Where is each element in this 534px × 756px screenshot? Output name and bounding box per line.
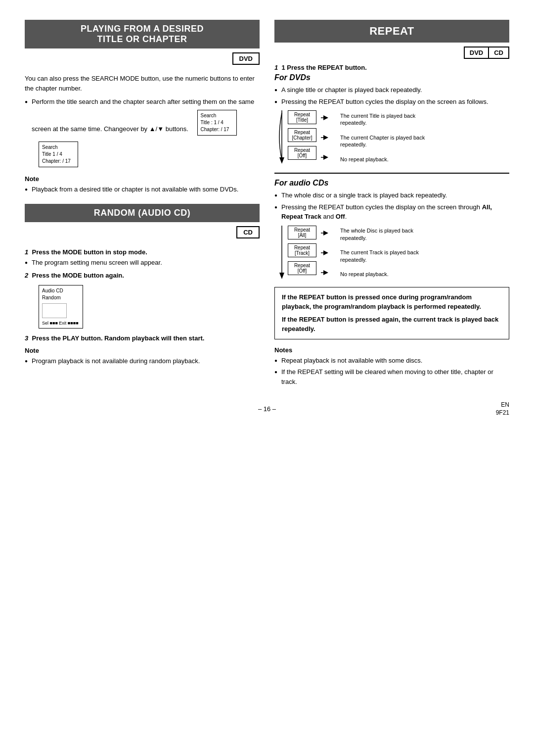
random-step3: 3 Press the PLAY button. Random playback… (25, 334, 260, 342)
step2-num: 2 (25, 272, 28, 279)
random-step2: 2 Press the MODE button again. (25, 272, 260, 279)
page-en-code: EN 9F21 (496, 401, 509, 417)
dvd-bullet-1: A single title or chapter is played back… (274, 85, 509, 95)
dvd-desc-title: The current Title is played back repeate… (340, 112, 439, 127)
footer-code: 9F21 (496, 409, 509, 416)
dvd-cycle-boxes: Repeat[Title] Repeat[Chapter] Repeat[Off… (288, 110, 316, 165)
footer-en: EN (501, 401, 509, 408)
screen2-line1: Search (42, 144, 75, 151)
screen1-line1: Search (201, 112, 233, 119)
step2-text: Press the MODE button again. (32, 272, 124, 279)
repeat-cd-badge: CD (489, 47, 509, 59)
step3-text: Press the PLAY button. Random playback w… (32, 334, 204, 342)
svg-marker-5 (323, 115, 328, 120)
dvd-cycle-box-title: Repeat[Title] (288, 110, 316, 124)
page-number: – 16 – (258, 405, 276, 413)
screen3-empty-box (42, 303, 67, 318)
cd-desc-off: No repeat playback. (340, 271, 439, 278)
screen-diagram-2: Search Title 1 / 4 Chapter: / 17 (39, 142, 78, 167)
page-footer: – 16 – EN 9F21 (25, 405, 509, 413)
cd-cycle-diagram: Repeat[All] Repeat[Track] Repeat[Off] Th… (277, 226, 509, 280)
playing-title-line1: PLAYING FROM A DESIRED (81, 24, 204, 34)
dvd-bullets: A single title or chapter is played back… (274, 85, 509, 106)
notes-bullet-2: If the REPEAT setting will be cleared wh… (274, 367, 509, 386)
repeat-header: REPEAT (274, 20, 509, 43)
note-label-1: Note (25, 175, 260, 183)
bullet-list-chapter: Perform the title search and the chapter… (25, 97, 260, 170)
bold-note-2: If the REPEAT button is pressed again, t… (282, 315, 502, 334)
bottom-notes: Notes Repeat playback is not available w… (274, 346, 509, 387)
dvd-cycle-bracket-svg (318, 110, 333, 165)
cd-badge-left: CD (236, 226, 260, 238)
cd-bullet-2: Pressing the REPEAT button cycles the di… (274, 202, 509, 222)
step1-num: 1 (25, 248, 28, 256)
cd-cycle-box-off: Repeat[Off] (288, 261, 316, 275)
svg-marker-6 (323, 135, 328, 140)
dvd-desc-chapter: The current Chapter is played back repea… (340, 134, 439, 148)
left-column: PLAYING FROM A DESIRED TITLE OR CHAPTER … (25, 20, 260, 390)
dvd-badge-left: DVD (232, 52, 260, 65)
cd-bullets: The whole disc or a single track is play… (274, 190, 509, 222)
step3-num: 3 (25, 334, 28, 342)
step1-bullets: The program setting menu screen will app… (25, 258, 260, 268)
screen3-line1: Audio CD (42, 287, 80, 294)
dvd-cycle-diagram: Repeat[Title] Repeat[Chapter] Repeat[Off… (277, 110, 509, 165)
bullet-chapter-search: Perform the title search and the chapter… (25, 97, 260, 170)
screen2-line2: Title 1 / 4 (42, 151, 75, 158)
screen3-line4: Sel ■■■ Exit ■■■■ (42, 320, 80, 327)
bold-note-1: If the REPEAT button is pressed once dur… (282, 292, 502, 312)
for-dvds-heading: For DVDs (274, 73, 509, 82)
intro-text: You can also press the SEARCH MODE butto… (25, 74, 260, 93)
note-bullet-list-1: Playback from a desired title or chapter… (25, 185, 260, 194)
for-cds-heading: For audio CDs (274, 179, 509, 188)
dvd-cycle-arrows-svg (277, 110, 287, 165)
dvd-cycle-box-chapter: Repeat[Chapter] (288, 128, 316, 142)
svg-marker-9 (279, 273, 284, 279)
svg-marker-13 (323, 231, 328, 236)
dvd-bullet-2: Pressing the REPEAT button cycles the di… (274, 97, 509, 107)
screen-diagram-1: Search Title : 1 / 4 Chapter: / 17 (197, 110, 237, 136)
note-bullet-2: Program playback is not available during… (25, 356, 260, 366)
repeat-badges: DVD CD (274, 47, 509, 59)
repeat-step1-num: 1 (274, 64, 278, 71)
notes-bullet-list: Repeat playback is not available with so… (274, 356, 509, 387)
notes-label: Notes (274, 346, 509, 354)
random-step1: 1 Press the MODE button in stop mode. (25, 248, 260, 256)
right-column: REPEAT DVD CD 1 1 Press the REPEAT butto… (274, 20, 509, 390)
svg-marker-7 (323, 155, 328, 160)
screen-diagram-3: Audio CD Random Sel ■■■ Exit ■■■■ (39, 285, 83, 329)
note-label-2: Note (25, 347, 260, 354)
step1-bullet: The program setting menu screen will app… (25, 258, 260, 268)
cd-cycle-bracket-svg (318, 226, 333, 280)
svg-marker-15 (323, 270, 328, 275)
cd-cycle-box-track: Repeat[Track] (288, 243, 316, 257)
note-bullet-list-2: Program playback is not available during… (25, 356, 260, 366)
random-title: RANDOM (Audio CD) (94, 208, 190, 218)
divider-1 (274, 173, 509, 174)
screen1-line2: Title : 1 / 4 (201, 119, 233, 126)
cd-cycle-arrows-svg (277, 226, 287, 280)
playing-title-line2: TITLE OR CHAPTER (97, 34, 187, 44)
repeat-step1-text: 1 Press the REPEAT button. (281, 64, 366, 71)
svg-marker-14 (323, 250, 328, 255)
step1-text: Press the MODE button in stop mode. (32, 248, 147, 256)
cd-cycle-box-all: Repeat[All] (288, 226, 316, 239)
repeat-title: REPEAT (369, 25, 414, 37)
screen3-line2: Random (42, 294, 80, 301)
cd-bullet-1: The whole disc or a single track is play… (274, 190, 509, 200)
notes-bullet-1: Repeat playback is not available with so… (274, 356, 509, 366)
repeat-step1: 1 1 Press the REPEAT button. (274, 64, 509, 71)
cd-desc-track: The current Track is played back repeate… (340, 249, 439, 263)
bold-note-box: If the REPEAT button is pressed once dur… (274, 287, 509, 339)
screen2-line3: Chapter: / 17 (42, 158, 75, 165)
note-bullet-1: Playback from a desired title or chapter… (25, 185, 260, 194)
screen1-line3: Chapter: / 17 (201, 126, 233, 133)
repeat-dvd-badge: DVD (464, 47, 489, 59)
playing-header: PLAYING FROM A DESIRED TITLE OR CHAPTER (25, 20, 260, 48)
cd-desc-all: The whole Disc is played back repeatedly… (340, 227, 439, 241)
dvd-desc-off: No repeat playback. (340, 156, 439, 163)
cd-cycle-boxes: Repeat[All] Repeat[Track] Repeat[Off] (288, 226, 316, 280)
random-header: RANDOM (Audio CD) (25, 204, 260, 222)
dvd-cycle-box-off: Repeat[Off] (288, 146, 316, 160)
dvd-cycle-descs: The current Title is played back repeate… (340, 110, 439, 165)
